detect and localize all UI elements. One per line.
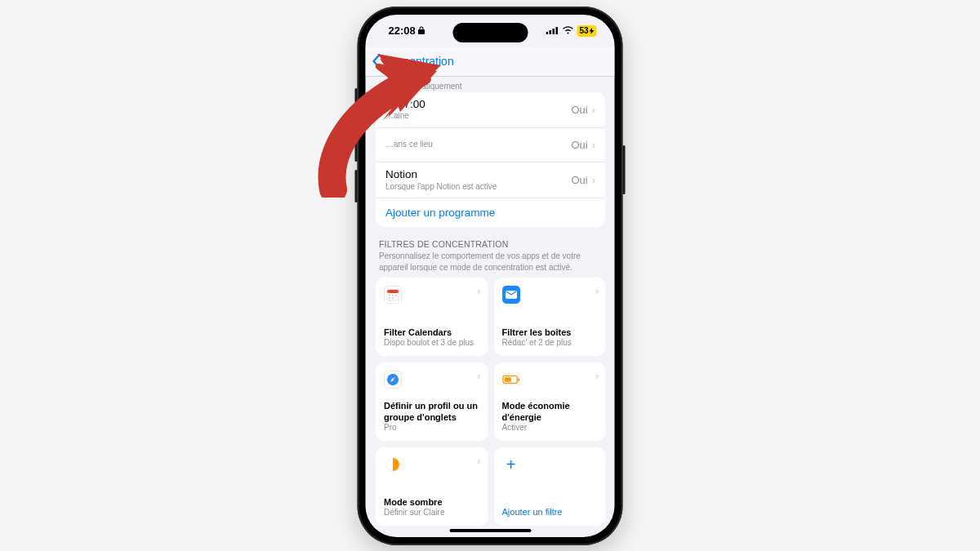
svg-rect-2 (552, 29, 555, 34)
calendar-icon (384, 286, 402, 304)
row-subtitle: …aine (385, 111, 425, 122)
chevron-right-icon: › (477, 371, 480, 382)
tile-subtitle: Pro (384, 423, 479, 433)
chevron-right-icon: › (591, 104, 595, 116)
tile-title: Filtrer les boîtes (501, 327, 597, 338)
battery-low-power-icon (501, 371, 519, 389)
schedule-group: 0–17:00 …aine Oui › …ans ce lieu Oui › (376, 92, 605, 228)
chevron-right-icon: › (595, 286, 599, 297)
row-value: Oui (571, 104, 587, 116)
row-subtitle: …ans ce lieu (385, 140, 433, 150)
mail-icon (501, 286, 519, 304)
chevron-left-icon (372, 54, 381, 69)
row-title: Notion (385, 168, 497, 182)
tile-title: Filter Calendars (384, 327, 479, 338)
wifi-icon (562, 24, 573, 37)
chevron-right-icon: › (591, 139, 595, 151)
chevron-right-icon: › (591, 174, 595, 186)
add-schedule-button[interactable]: Ajouter un programme (376, 198, 605, 227)
row-value: Oui (571, 139, 587, 151)
battery-indicator: 53 (577, 25, 596, 37)
filters-grid: › Filter Calendars Dispo boulot et 3 de … (376, 278, 605, 526)
svg-rect-5 (387, 290, 399, 293)
svg-rect-15 (504, 378, 510, 383)
tile-title: Mode sombre (384, 497, 479, 508)
safari-icon (384, 371, 402, 389)
filter-tile-dark-mode[interactable]: › Mode sombre Définir sur Claire (376, 447, 488, 526)
schedule-row-app[interactable]: Notion Lorsque l'app Notion est active O… (376, 162, 605, 198)
tile-subtitle: Rédac' et 2 de plus (501, 338, 597, 349)
phone-frame: 22:08 53 Concentration (358, 7, 623, 545)
scroll-content[interactable]: …tive automatiquement 0–17:00 …aine Oui … (366, 77, 615, 537)
chevron-right-icon: › (595, 371, 599, 382)
row-subtitle: Lorsque l'app Notion est active (385, 182, 497, 193)
svg-rect-1 (549, 30, 551, 34)
volume-down-button (355, 170, 358, 202)
schedule-row-location[interactable]: …ans ce lieu Oui › (376, 128, 605, 162)
section-title: FILTRES DE CONCENTRATION (376, 239, 605, 251)
back-button[interactable]: Concentration (372, 54, 454, 69)
tile-subtitle: Définir sur Claire (384, 508, 479, 518)
dark-mode-icon (384, 455, 402, 473)
section-description: Personnalisez le comportement de vos app… (376, 251, 605, 273)
dynamic-island (452, 23, 528, 42)
power-button (623, 145, 626, 194)
back-label: Concentration (383, 55, 454, 68)
filter-tile-low-power[interactable]: › Mode économie d'énergie Activer (493, 362, 605, 441)
home-indicator[interactable] (449, 529, 531, 532)
chevron-right-icon: › (477, 455, 480, 467)
svg-rect-3 (555, 27, 558, 34)
svg-point-9 (389, 298, 390, 299)
lock-icon (418, 26, 425, 35)
volume-up-button (355, 129, 358, 162)
filter-tile-calendars[interactable]: › Filter Calendars Dispo boulot et 3 de … (376, 278, 488, 356)
screen: 22:08 53 Concentration (366, 15, 615, 537)
truncated-header: …tive automatiquement (366, 77, 615, 92)
chevron-right-icon: › (477, 286, 480, 297)
svg-rect-16 (517, 378, 519, 381)
status-time: 22:08 (389, 24, 416, 37)
cellular-icon (546, 24, 559, 37)
tile-title: Mode économie d'énergie (501, 401, 597, 422)
svg-point-8 (395, 295, 396, 296)
row-title: 0–17:00 (385, 98, 425, 112)
svg-point-7 (392, 295, 393, 296)
add-filter-tile[interactable]: + Ajouter un filtre (493, 447, 605, 526)
filter-tile-safari[interactable]: › Définir un profil ou un groupe d'ongle… (376, 362, 488, 441)
tile-title: Définir un profil ou un groupe d'onglets (384, 401, 479, 422)
svg-point-6 (389, 295, 390, 296)
tile-subtitle: Dispo boulot et 3 de plus (384, 338, 479, 349)
silence-switch (355, 88, 358, 109)
row-value: Oui (571, 174, 587, 186)
filters-header: FILTRES DE CONCENTRATION Personnalisez l… (376, 239, 605, 273)
schedule-row-time[interactable]: 0–17:00 …aine Oui › (376, 92, 605, 128)
tile-title: Ajouter un filtre (501, 507, 597, 518)
svg-rect-0 (546, 32, 548, 34)
nav-bar: Concentration (366, 47, 615, 77)
svg-point-10 (392, 298, 393, 299)
plus-icon: + (501, 455, 519, 473)
tile-subtitle: Activer (501, 423, 597, 433)
filter-tile-mail[interactable]: › Filtrer les boîtes Rédac' et 2 de plus (493, 278, 605, 356)
